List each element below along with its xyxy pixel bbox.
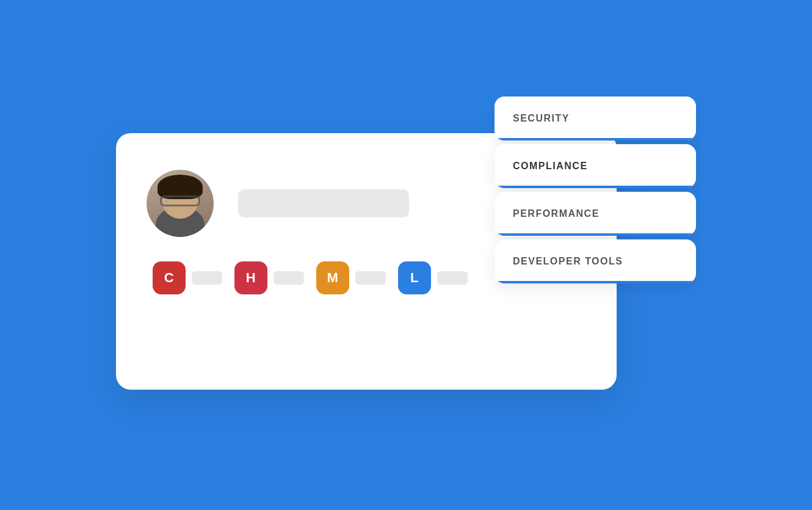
user-badge-h[interactable]: H xyxy=(234,261,267,294)
user-name-l xyxy=(437,271,468,285)
user-item-m: M xyxy=(316,261,386,294)
user-name-m xyxy=(355,271,386,285)
user-item-h: H xyxy=(234,261,304,294)
user-item-c: C xyxy=(153,261,222,294)
menu-item-security[interactable]: SECURITY xyxy=(495,97,696,140)
avatar xyxy=(147,170,214,237)
menu-item-compliance[interactable]: COMPLIANCE xyxy=(495,144,696,188)
user-badge-l[interactable]: L xyxy=(398,261,431,294)
user-badge-c[interactable]: C xyxy=(153,261,186,294)
user-badge-m[interactable]: M xyxy=(316,261,349,294)
menu-item-developer-tools[interactable]: DEVELOPER TOOLS xyxy=(495,239,696,283)
avatar-glasses xyxy=(160,195,200,206)
name-placeholder xyxy=(238,189,409,217)
user-name-h xyxy=(274,271,304,285)
menu-item-performance[interactable]: PERFORMANCE xyxy=(495,192,696,236)
avatar-face xyxy=(147,170,214,237)
side-menu: SECURITY COMPLIANCE PERFORMANCE DEVELOPE… xyxy=(495,97,696,283)
user-name-c xyxy=(192,271,222,285)
main-scene: C H M L xyxy=(116,97,696,414)
user-item-l: L xyxy=(398,261,468,294)
